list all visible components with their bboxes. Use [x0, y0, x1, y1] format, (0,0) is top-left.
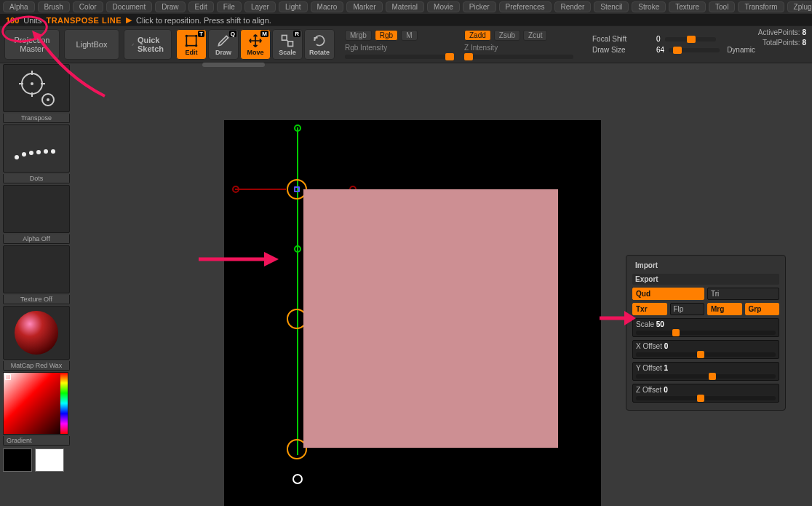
flp-toggle[interactable]: Flp	[670, 303, 705, 315]
mrgb-chip[interactable]: Mrgb	[345, 30, 372, 41]
focal-shift-value: 0	[656, 35, 661, 43]
x-offset-field[interactable]: X Offset 0	[632, 340, 779, 359]
y-offset-value: 1	[664, 364, 669, 372]
quick-sketch-button[interactable]: Quick Sketch	[124, 29, 172, 60]
transpose-title: TRANSPOSE LINE	[46, 16, 122, 25]
rotate-label: Rotate	[309, 49, 330, 56]
status-hint: Click to reposition. Press shift to alig…	[136, 16, 271, 25]
import-export-panel[interactable]: Import Export Qud Tri Txr Flp Mrg Grp Sc…	[626, 255, 786, 411]
menu-marker[interactable]: Marker	[346, 1, 382, 12]
grp-toggle[interactable]: Grp	[745, 303, 780, 315]
menu-render[interactable]: Render	[554, 1, 592, 12]
status-arrow-icon: ▶	[126, 15, 132, 25]
scale-label: Scale	[279, 49, 296, 56]
menu-preferences[interactable]: Preferences	[499, 1, 552, 12]
scale-mode-button[interactable]: ScaleR	[272, 29, 303, 60]
texture-off-label: Texture Off	[3, 295, 70, 304]
menu-stencil[interactable]: Stencil	[594, 1, 629, 12]
menu-light[interactable]: Light	[279, 1, 308, 12]
transpose-axis-vert	[297, 127, 298, 455]
menu-color[interactable]: Color	[73, 1, 103, 12]
z-offset-value: 0	[664, 386, 668, 394]
texture-slot[interactable]	[3, 245, 70, 293]
menu-document[interactable]: Document	[106, 1, 153, 12]
menu-layer[interactable]: Layer	[244, 1, 276, 12]
rotate-icon	[312, 33, 327, 48]
z-intensity-slider[interactable]	[464, 55, 573, 59]
rgb-intensity-label: Rgb Intensity	[345, 44, 387, 52]
point-readouts: ActivePoints: 8 TotalPoints: 8	[758, 28, 806, 48]
menu-macro[interactable]: Macro	[311, 1, 344, 12]
alpha-slot[interactable]	[3, 185, 70, 233]
menu-tool[interactable]: Tool	[709, 1, 735, 12]
rgb-intensity-slider[interactable]	[345, 55, 454, 59]
alpha-off-label: Alpha Off	[3, 234, 70, 244]
import-header[interactable]: Import	[632, 260, 779, 271]
draw-shortcut: Q	[229, 31, 236, 37]
menu-picker[interactable]: Picker	[463, 1, 496, 12]
focal-draw-block: Focal Shift 0 Draw Size 64 Dynamic	[592, 35, 755, 54]
picker-cursor-icon	[5, 374, 11, 380]
zsub-chip[interactable]: Zsub	[494, 30, 520, 41]
color-picker[interactable]	[3, 372, 68, 435]
hue-strip[interactable]	[60, 373, 68, 434]
menu-transform[interactable]: Transform	[738, 1, 784, 12]
menu-zplugin[interactable]: Zplugin	[787, 1, 812, 12]
menu-texture[interactable]: Texture	[669, 1, 706, 12]
rgb-chip[interactable]: Rgb	[375, 30, 398, 41]
dots-icon	[11, 134, 62, 163]
quick-sketch-label: Quick Sketch	[138, 36, 164, 53]
svg-rect-6	[288, 41, 293, 46]
menu-alpha[interactable]: Alpha	[3, 1, 35, 12]
export-header[interactable]: Export	[632, 274, 779, 285]
z-intensity-thumb[interactable]	[464, 53, 473, 60]
edit-mode-button[interactable]: EditT	[176, 29, 207, 60]
qud-toggle[interactable]: Qud	[632, 288, 704, 300]
focal-shift-slider[interactable]	[665, 37, 716, 41]
focal-shift-thumb[interactable]	[687, 36, 696, 43]
svg-line-7	[287, 40, 288, 41]
svg-point-17	[22, 152, 26, 157]
mrg-toggle[interactable]: Mrg	[707, 303, 742, 315]
mode-button-group: EditTDrawQMoveMScaleRRotate	[176, 29, 335, 60]
z-offset-field[interactable]: Z Offset 0	[632, 384, 779, 403]
x-offset-value: 0	[664, 342, 669, 350]
stroke-slot[interactable]	[3, 124, 70, 173]
rotate-mode-button[interactable]: Rotate	[304, 29, 335, 60]
transpose-label: Transpose	[3, 114, 70, 123]
draw-size-slider[interactable]	[669, 48, 720, 52]
toolbar-scrollbar[interactable]	[202, 63, 265, 67]
menu-material[interactable]: Material	[386, 1, 425, 12]
menu-brush[interactable]: Brush	[38, 1, 70, 12]
tri-toggle[interactable]: Tri	[707, 288, 779, 300]
zadd-chip[interactable]: Zadd	[464, 30, 491, 41]
svg-point-3	[186, 44, 188, 47]
draw-mode-button[interactable]: DrawQ	[208, 29, 239, 60]
menu-edit[interactable]: Edit	[188, 1, 214, 12]
axis-red-x	[235, 189, 286, 190]
swatch-black[interactable]	[3, 448, 32, 472]
zcut-chip[interactable]: Zcut	[523, 30, 547, 41]
draw-size-thumb[interactable]	[673, 47, 682, 54]
swatch-white[interactable]	[35, 448, 64, 472]
draw-size-label: Draw Size	[592, 46, 650, 54]
y-offset-field[interactable]: Y Offset 1	[632, 362, 779, 381]
menu-draw[interactable]: Draw	[155, 1, 185, 12]
menu-stroke[interactable]: Stroke	[632, 1, 666, 12]
svg-point-4	[195, 44, 197, 47]
matcap-sphere-icon	[15, 311, 58, 355]
menu-movie[interactable]: Movie	[427, 1, 460, 12]
mesh-plane[interactable]	[303, 189, 558, 448]
m-chip[interactable]: M	[401, 30, 417, 41]
move-mode-button[interactable]: MoveM	[240, 29, 271, 60]
annotation-arrow-1	[32, 31, 119, 103]
draw-size-value: 64	[656, 46, 664, 54]
edit-shortcut: T	[198, 31, 204, 37]
material-slot[interactable]	[3, 306, 70, 360]
menu-file[interactable]: File	[217, 1, 242, 12]
scale-field[interactable]: Scale 50	[632, 318, 779, 337]
txr-toggle[interactable]: Txr	[632, 303, 667, 315]
scale-shortcut: R	[293, 31, 300, 37]
rgb-intensity-thumb[interactable]	[445, 53, 454, 60]
viewport[interactable]	[224, 120, 601, 506]
